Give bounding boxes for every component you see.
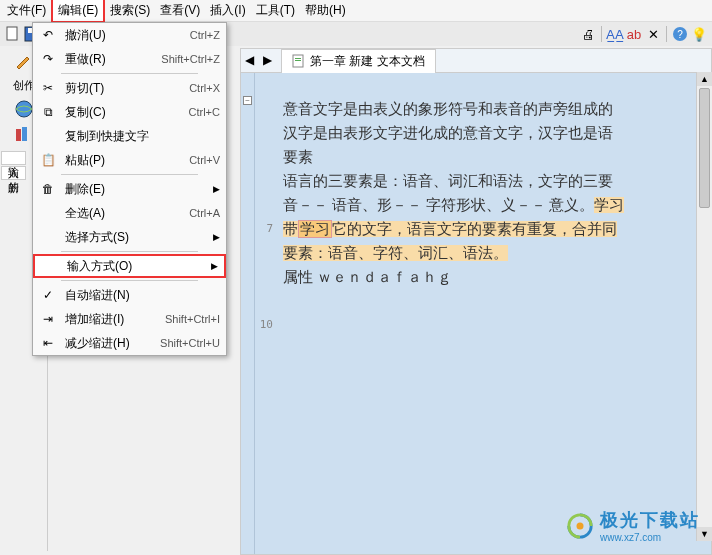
svg-rect-7 bbox=[22, 127, 27, 141]
svg-rect-0 bbox=[7, 27, 17, 40]
redo-icon: ↷ bbox=[39, 50, 57, 68]
menu-insert[interactable]: 插入(I) bbox=[205, 0, 250, 21]
bulb-icon[interactable]: 💡 bbox=[690, 25, 708, 43]
tab-prev[interactable]: ◀ bbox=[245, 53, 261, 69]
menu-help[interactable]: 帮助(H) bbox=[300, 0, 351, 21]
sidebar-tab-new[interactable]: 新的 bbox=[1, 166, 26, 180]
clear-icon[interactable]: ✕ bbox=[644, 25, 662, 43]
scroll-up-button[interactable]: ▲ bbox=[697, 72, 712, 86]
menu-search[interactable]: 搜索(S) bbox=[105, 0, 155, 21]
chevron-right-icon: ▶ bbox=[213, 232, 220, 242]
svg-rect-10 bbox=[295, 60, 301, 61]
tab-strip: ◀ ▶ 第一章 新建 文本文档 bbox=[241, 49, 711, 73]
menu-file[interactable]: 文件(F) bbox=[2, 0, 51, 21]
text-content[interactable]: 意音文字是由表义的象形符号和表音的声旁组成的 汉字是由表形文字进化成的意音文字，… bbox=[277, 73, 711, 554]
indent-inc-icon: ⇥ bbox=[39, 310, 57, 328]
fold-column: − bbox=[241, 73, 255, 554]
check-icon: ✓ bbox=[39, 288, 57, 302]
copy-icon: ⧉ bbox=[39, 103, 57, 121]
chevron-right-icon: ▶ bbox=[211, 261, 218, 271]
delete-icon: 🗑 bbox=[39, 180, 57, 198]
editor-body[interactable]: − 7 10 意音文字是由表义的象形符号和表音的声旁组成的 汉字是由表形文字进化… bbox=[241, 73, 711, 554]
menubar: 文件(F) 编辑(E) 搜索(S) 查看(V) 插入(I) 工具(T) 帮助(H… bbox=[0, 0, 712, 22]
svg-text:?: ? bbox=[677, 29, 683, 40]
menu-paste[interactable]: 📋 粘贴(P) Ctrl+V bbox=[33, 148, 226, 172]
editor: ◀ ▶ 第一章 新建 文本文档 − 7 10 意音文字是由表义的象形符号和表音的… bbox=[240, 48, 712, 555]
help-icon[interactable]: ? bbox=[671, 25, 689, 43]
print-icon[interactable]: 🖨 bbox=[579, 25, 597, 43]
svg-point-5 bbox=[16, 101, 32, 117]
watermark-text: 极光下载站 bbox=[600, 510, 700, 530]
svg-point-11 bbox=[577, 522, 584, 529]
file-icon bbox=[292, 54, 306, 68]
undo-icon: ↶ bbox=[39, 26, 57, 44]
replace-icon[interactable]: ab bbox=[625, 25, 643, 43]
menu-copy-quick[interactable]: 复制到快捷文字 bbox=[33, 124, 226, 148]
chevron-right-icon: ▶ bbox=[213, 184, 220, 194]
menu-dec-indent[interactable]: ⇤ 减少缩进(H) Shift+Ctrl+U bbox=[33, 331, 226, 355]
new-icon[interactable] bbox=[4, 25, 22, 43]
menu-redo[interactable]: ↷ 重做(R) Shift+Ctrl+Z bbox=[33, 47, 226, 71]
globe-icon[interactable] bbox=[14, 99, 34, 119]
menu-cut[interactable]: ✂ 剪切(T) Ctrl+X bbox=[33, 76, 226, 100]
menu-view[interactable]: 查看(V) bbox=[155, 0, 205, 21]
vertical-scrollbar[interactable]: ▲ ▼ bbox=[696, 72, 712, 541]
menu-select-mode[interactable]: 选择方式(S) ▶ bbox=[33, 225, 226, 249]
fold-toggle[interactable]: − bbox=[243, 96, 252, 105]
watermark-url: www.xz7.com bbox=[600, 532, 700, 543]
svg-rect-9 bbox=[295, 58, 301, 59]
file-tab-label: 第一章 新建 文本文档 bbox=[310, 53, 425, 70]
sidebar-tab-input[interactable]: 输入 bbox=[1, 151, 26, 165]
pen-icon[interactable] bbox=[14, 52, 34, 72]
menu-inc-indent[interactable]: ⇥ 增加缩进(I) Shift+Ctrl+I bbox=[33, 307, 226, 331]
books-icon[interactable] bbox=[14, 125, 34, 145]
indent-dec-icon: ⇤ bbox=[39, 334, 57, 352]
find-icon[interactable]: A̲A̲ bbox=[606, 25, 624, 43]
menu-auto-indent[interactable]: ✓ 自动缩进(N) bbox=[33, 283, 226, 307]
menu-input-mode[interactable]: 输入方式(O) ▶ bbox=[33, 254, 226, 278]
menu-edit[interactable]: 编辑(E) bbox=[51, 0, 105, 23]
tab-next[interactable]: ▶ bbox=[263, 53, 279, 69]
file-tab[interactable]: 第一章 新建 文本文档 bbox=[281, 49, 436, 73]
cut-icon: ✂ bbox=[39, 79, 57, 97]
menu-tools[interactable]: 工具(T) bbox=[251, 0, 300, 21]
menu-undo[interactable]: ↶ 撤消(U) Ctrl+Z bbox=[33, 23, 226, 47]
watermark-logo: 极光下载站 www.xz7.com bbox=[566, 508, 700, 543]
paste-icon: 📋 bbox=[39, 151, 57, 169]
swirl-icon bbox=[566, 512, 594, 540]
svg-rect-6 bbox=[16, 129, 21, 141]
menu-select-all[interactable]: 全选(A) Ctrl+A bbox=[33, 201, 226, 225]
scroll-thumb[interactable] bbox=[699, 88, 710, 208]
menu-delete[interactable]: 🗑 删除(E) ▶ bbox=[33, 177, 226, 201]
line-gutter: 7 10 bbox=[255, 73, 277, 554]
edit-dropdown: ↶ 撤消(U) Ctrl+Z ↷ 重做(R) Shift+Ctrl+Z ✂ 剪切… bbox=[32, 22, 227, 356]
menu-copy[interactable]: ⧉ 复制(C) Ctrl+C bbox=[33, 100, 226, 124]
